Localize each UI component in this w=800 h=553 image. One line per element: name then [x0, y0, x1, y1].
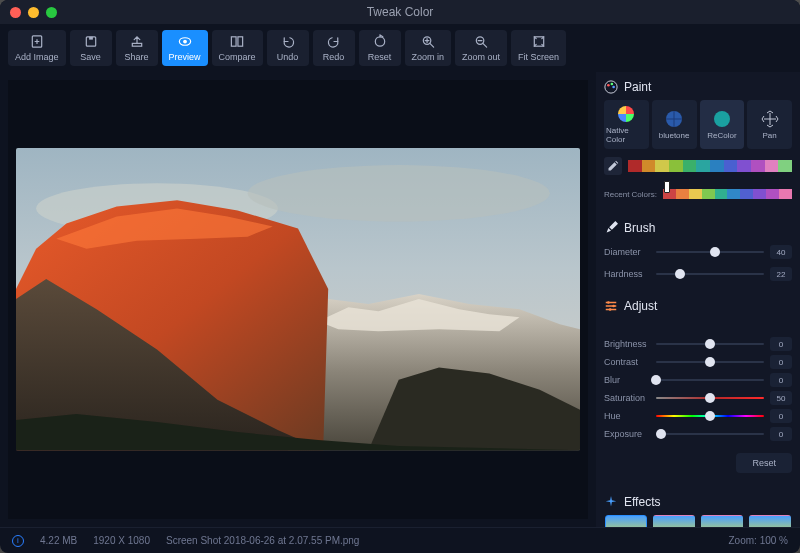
zoom-in-button[interactable]: Zoom in [405, 30, 452, 66]
color-swatch[interactable] [642, 160, 656, 172]
zoom-out-button[interactable]: Zoom out [455, 30, 507, 66]
recent-swatch[interactable] [715, 189, 728, 199]
saturation-slider[interactable] [656, 397, 764, 399]
add-image-button[interactable]: Add Image [8, 30, 66, 66]
undo-button[interactable]: Undo [267, 30, 309, 66]
effect-dreamy[interactable]: Dreamy [700, 515, 744, 527]
undo-icon [280, 34, 296, 49]
traffic-lights [10, 7, 57, 18]
blur-slider[interactable] [656, 379, 764, 381]
color-swatch[interactable] [751, 160, 765, 172]
toolbar-label: Zoom in [412, 52, 445, 62]
zoom-in-icon [420, 34, 436, 49]
minimize-window-button[interactable] [28, 7, 39, 18]
contrast-slider[interactable] [656, 361, 764, 363]
color-swatches[interactable] [628, 160, 792, 172]
compare-icon [229, 34, 245, 49]
exposure-slider[interactable] [656, 433, 764, 435]
compare-button[interactable]: Compare [212, 30, 263, 66]
effects-section-title: Effects [604, 495, 792, 509]
recent-swatch[interactable] [727, 189, 740, 199]
recent-swatch[interactable] [676, 189, 689, 199]
status-bar: i 4.22 MB 1920 X 1080 Screen Shot 2018-0… [0, 527, 800, 553]
exposure-slider-value: 0 [770, 427, 792, 441]
recent-swatch[interactable] [779, 189, 792, 199]
effect-thumbnail [701, 515, 743, 527]
hardness-slider[interactable] [656, 273, 764, 275]
brightness-slider[interactable] [656, 343, 764, 345]
hue-slider[interactable] [656, 415, 764, 417]
reset-button[interactable]: Reset [359, 30, 401, 66]
hardness-label: Hardness [604, 269, 650, 279]
toolbar-label: Share [125, 52, 149, 62]
effect-none[interactable]: None [604, 515, 648, 527]
color-swatch[interactable] [696, 160, 710, 172]
adjust-section-title: Adjust [604, 299, 792, 313]
color-swatch[interactable] [669, 160, 683, 172]
adjust-reset-button[interactable]: Reset [736, 453, 792, 473]
native-color-tab[interactable]: Native Color [604, 100, 649, 149]
effects-list: NoneSoftDreamyHard Light [604, 515, 792, 527]
recolor-tab[interactable]: ReColor [700, 100, 745, 149]
svg-point-23 [612, 305, 615, 308]
status-dimensions: 1920 X 1080 [93, 535, 150, 546]
eyedropper-button[interactable] [604, 157, 622, 175]
toolbar-label: Fit Screen [518, 52, 559, 62]
sparkle-icon [604, 495, 618, 509]
blur-slider-label: Blur [604, 375, 650, 385]
color-swatch[interactable] [765, 160, 779, 172]
redo-button[interactable]: Redo [313, 30, 355, 66]
reset-icon [372, 34, 388, 49]
color-swatch[interactable] [683, 160, 697, 172]
hue-slider-value: 0 [770, 409, 792, 423]
toolbar-label: Undo [277, 52, 299, 62]
preview-button[interactable]: Preview [162, 30, 208, 66]
color-swatch[interactable] [724, 160, 738, 172]
effect-hard-light[interactable]: Hard Light [748, 515, 792, 527]
status-zoom: Zoom: 100 % [729, 535, 788, 546]
window-title: Tweak Color [0, 5, 800, 19]
pan-tab[interactable]: Pan [747, 100, 792, 149]
color-swatch[interactable] [737, 160, 751, 172]
maximize-window-button[interactable] [46, 7, 57, 18]
diameter-label: Diameter [604, 247, 650, 257]
svg-point-14 [248, 166, 550, 222]
color-swatch[interactable] [628, 160, 642, 172]
brightness-slider-value: 0 [770, 337, 792, 351]
effect-thumbnail [653, 515, 695, 527]
color-swatch[interactable] [655, 160, 669, 172]
recent-color-swatches[interactable] [663, 189, 792, 199]
bluetone-tab[interactable]: bluetone [652, 100, 697, 149]
save-button[interactable]: Save [70, 30, 112, 66]
saturation-slider-label: Saturation [604, 393, 650, 403]
paint-mode-tabs: Native ColorbluetoneReColorPan [604, 100, 792, 149]
fit-icon [531, 34, 547, 49]
status-file-size: 4.22 MB [40, 535, 77, 546]
file-plus-icon [29, 34, 45, 49]
recent-swatch[interactable] [753, 189, 766, 199]
svg-rect-2 [89, 37, 93, 40]
toolbar-label: Zoom out [462, 52, 500, 62]
effect-thumbnail [749, 515, 791, 527]
color-swatch[interactable] [710, 160, 724, 172]
diameter-slider[interactable] [656, 251, 764, 253]
recent-swatch[interactable] [689, 189, 702, 199]
share-button[interactable]: Share [116, 30, 158, 66]
fit-screen-button[interactable]: Fit Screen [511, 30, 566, 66]
effect-soft[interactable]: Soft [652, 515, 696, 527]
effect-thumbnail [605, 515, 647, 527]
svg-point-24 [609, 308, 612, 311]
toolbar-label: Redo [323, 52, 345, 62]
recent-swatch[interactable] [702, 189, 715, 199]
toolbar-label: Preview [169, 52, 201, 62]
recent-swatch[interactable] [766, 189, 779, 199]
recent-swatch[interactable] [740, 189, 753, 199]
brush-section-title: Brush [604, 221, 792, 235]
svg-point-18 [612, 86, 615, 89]
close-window-button[interactable] [10, 7, 21, 18]
hardness-value: 22 [770, 267, 792, 281]
color-swatch[interactable] [778, 160, 792, 172]
eyedropper-icon [607, 160, 619, 172]
document-image [16, 148, 580, 450]
image-canvas[interactable] [8, 80, 588, 519]
